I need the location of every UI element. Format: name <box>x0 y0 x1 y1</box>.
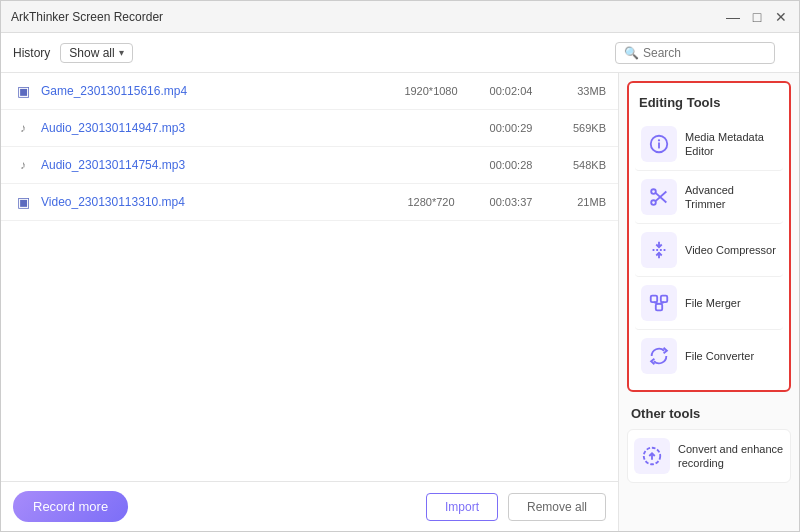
table-row[interactable]: ♪ Audio_230130114947.mp3 00:00:29 569KB <box>1 110 618 147</box>
file-merger-icon-wrap <box>641 285 677 321</box>
file-name: Audio_230130114754.mp3 <box>41 158 386 172</box>
audio-file-icon: ♪ <box>13 118 33 138</box>
file-duration: 00:03:37 <box>476 196 546 208</box>
file-name: Game_230130115616.mp4 <box>41 84 386 98</box>
file-resolution: 1280*720 <box>386 196 476 208</box>
video-compressor-label: Video Compressor <box>685 243 776 257</box>
svg-line-14 <box>659 302 664 304</box>
svg-point-3 <box>651 189 656 194</box>
left-panel: ▣ Game_230130115616.mp4 1920*1080 00:02:… <box>1 73 619 531</box>
video-file-icon: ▣ <box>13 192 33 212</box>
svg-line-13 <box>654 302 659 304</box>
file-converter-label: File Converter <box>685 349 754 363</box>
file-resolution: 1920*1080 <box>386 85 476 97</box>
advanced-trimmer-icon-wrap <box>641 179 677 215</box>
file-duration: 00:00:28 <box>476 159 546 171</box>
svg-rect-10 <box>651 296 657 302</box>
tool-item-convert-enhance[interactable]: Convert and enhance recording <box>627 429 791 483</box>
other-tools-section: Other tools Convert and enhance recordin… <box>627 400 791 483</box>
table-row[interactable]: ▣ Game_230130115616.mp4 1920*1080 00:02:… <box>1 73 618 110</box>
convert-enhance-label: Convert and enhance recording <box>678 442 784 471</box>
history-label: History <box>13 46 50 60</box>
video-file-icon: ▣ <box>13 81 33 101</box>
audio-file-icon: ♪ <box>13 155 33 175</box>
svg-line-6 <box>656 192 667 202</box>
compress-icon <box>648 239 670 261</box>
remove-all-button[interactable]: Remove all <box>508 493 606 521</box>
advanced-trimmer-label: Advanced Trimmer <box>685 183 777 212</box>
chevron-down-icon: ▾ <box>119 47 124 58</box>
other-tools-title: Other tools <box>627 400 791 429</box>
editing-tools-title: Editing Tools <box>635 91 783 118</box>
file-size: 33MB <box>546 85 606 97</box>
bottom-bar: Record more Import Remove all <box>1 481 618 531</box>
svg-line-5 <box>656 193 667 203</box>
import-button[interactable]: Import <box>426 493 498 521</box>
toolbar: History Show all ▾ 🔍 <box>1 33 799 73</box>
tool-item-file-converter[interactable]: File Converter <box>635 330 783 382</box>
tool-item-video-compressor[interactable]: Video Compressor <box>635 224 783 277</box>
tool-item-media-metadata-editor[interactable]: Media Metadata Editor <box>635 118 783 171</box>
table-row[interactable]: ♪ Audio_230130114754.mp3 00:00:28 548KB <box>1 147 618 184</box>
video-compressor-icon-wrap <box>641 232 677 268</box>
file-name: Audio_230130114947.mp3 <box>41 121 386 135</box>
info-icon <box>648 133 670 155</box>
show-all-dropdown[interactable]: Show all ▾ <box>60 43 132 63</box>
file-size: 21MB <box>546 196 606 208</box>
tool-item-advanced-trimmer[interactable]: Advanced Trimmer <box>635 171 783 224</box>
record-more-button[interactable]: Record more <box>13 491 128 522</box>
show-all-label: Show all <box>69 46 114 60</box>
tool-item-file-merger[interactable]: File Merger <box>635 277 783 330</box>
main-content: ▣ Game_230130115616.mp4 1920*1080 00:02:… <box>1 73 799 531</box>
search-input[interactable] <box>643 46 766 60</box>
file-size: 569KB <box>546 122 606 134</box>
svg-rect-11 <box>661 296 667 302</box>
close-button[interactable]: ✕ <box>773 9 789 25</box>
bottom-right-buttons: Import Remove all <box>426 493 606 521</box>
convert-icon <box>648 345 670 367</box>
merge-icon <box>648 292 670 314</box>
file-list: ▣ Game_230130115616.mp4 1920*1080 00:02:… <box>1 73 618 481</box>
minimize-button[interactable]: — <box>725 9 741 25</box>
file-duration: 00:00:29 <box>476 122 546 134</box>
convert-enhance-icon-wrap <box>634 438 670 474</box>
file-size: 548KB <box>546 159 606 171</box>
file-duration: 00:02:04 <box>476 85 546 97</box>
main-window: ArkThinker Screen Recorder — □ ✕ History… <box>0 0 800 532</box>
table-row[interactable]: ▣ Video_230130113310.mp4 1280*720 00:03:… <box>1 184 618 221</box>
search-box: 🔍 <box>615 42 775 64</box>
editing-tools-section: Editing Tools Media Metadata Editor <box>627 81 791 392</box>
media-metadata-editor-label: Media Metadata Editor <box>685 130 777 159</box>
title-bar: ArkThinker Screen Recorder — □ ✕ <box>1 1 799 33</box>
scissors-icon <box>648 186 670 208</box>
search-icon: 🔍 <box>624 46 639 60</box>
maximize-button[interactable]: □ <box>749 9 765 25</box>
file-name: Video_230130113310.mp4 <box>41 195 386 209</box>
svg-rect-12 <box>656 304 662 310</box>
file-converter-icon-wrap <box>641 338 677 374</box>
enhance-icon <box>641 445 663 467</box>
window-title: ArkThinker Screen Recorder <box>11 10 163 24</box>
window-controls: — □ ✕ <box>725 9 789 25</box>
right-panel: Editing Tools Media Metadata Editor <box>619 73 799 531</box>
svg-point-4 <box>651 200 656 205</box>
file-merger-label: File Merger <box>685 296 741 310</box>
media-metadata-editor-icon-wrap <box>641 126 677 162</box>
